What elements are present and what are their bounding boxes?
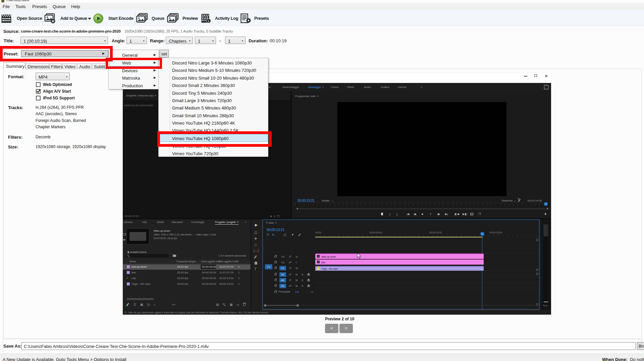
- svg-text:i: i: [208, 19, 209, 23]
